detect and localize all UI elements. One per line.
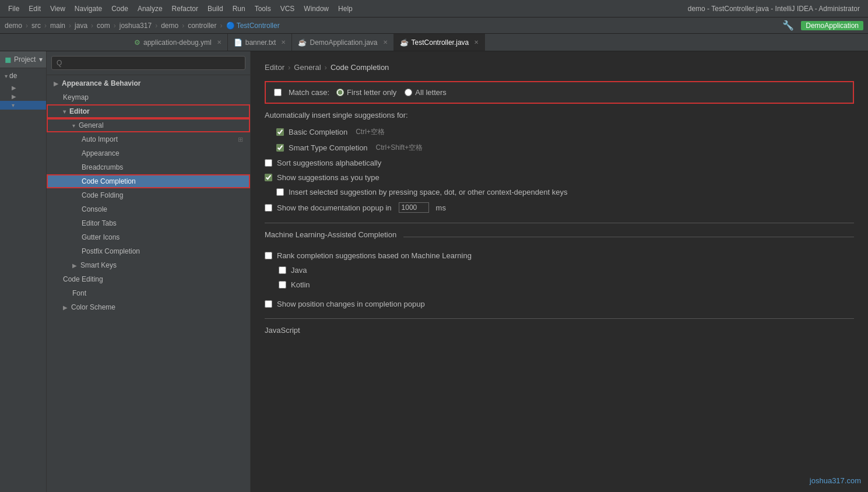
bc-demo2[interactable]: demo [161,22,178,30]
match-case-box: Match case: First letter only All letter… [265,81,854,104]
project-label: Project [14,55,36,64]
menu-edit[interactable]: Edit [25,3,44,14]
bc-demo[interactable]: demo [5,22,22,30]
bc-testcontroller[interactable]: 🔵 TestController [226,22,280,30]
nav-color-scheme-label: Color Scheme [71,303,115,311]
nav-console[interactable]: Console [47,202,250,216]
settings-dialog: ▶ Appearance & Behavior Keymap ▾ Editor … [47,51,868,492]
menu-tools[interactable]: Tools [251,3,275,14]
menu-view[interactable]: View [47,3,69,14]
basic-completion-row: Basic Completion Ctrl+空格 [265,124,854,140]
sep4: › [91,22,93,30]
project-dropdown-icon[interactable]: ▾ [39,55,43,64]
bc-joshua317[interactable]: joshua317 [120,22,152,30]
bc-com[interactable]: com [97,22,110,30]
show-as-type-label: Show suggestions as you type [277,173,379,182]
tree-item-expand2[interactable]: ▶ [0,92,46,101]
main-layout: ◼ Project ▾ ▾ de ▶ ▶ ▾ [0,51,868,492]
hammer-icon: 🔧 [782,20,794,31]
tab-java1-close[interactable]: ✕ [383,39,388,45]
nav-breadcrumbs[interactable]: Breadcrumbs [47,160,250,174]
popup-value-input[interactable] [399,202,429,213]
nav-gutter-icons-label: Gutter Icons [82,233,120,241]
rank-ml-checkbox[interactable] [265,252,272,259]
menu-build[interactable]: Build [204,3,227,14]
radio-group: First letter only All letters [336,88,447,97]
bc-code-completion: Code Completion [331,63,389,72]
nav-postfix-completion[interactable]: Postfix Completion [47,244,250,258]
match-case-label: Match case: [289,88,329,97]
nav-editor[interactable]: ▾ Editor [47,104,250,118]
nav-auto-import-label: Auto Import [82,135,118,143]
smart-completion-label: Smart Type Completion [289,143,368,152]
nav-gutter-icons[interactable]: Gutter Icons [47,230,250,244]
project-tree: ▾ de ▶ ▶ ▾ [0,68,46,112]
menu-navigate[interactable]: Navigate [71,3,106,14]
smart-completion-checkbox[interactable] [276,144,284,152]
tree-item-expand[interactable]: ▶ [0,83,46,92]
nav-code-completion[interactable]: Code Completion [47,174,250,188]
settings-search-input[interactable] [51,56,245,70]
nav-code-folding[interactable]: Code Folding [47,188,250,202]
tab-java2-close[interactable]: ✕ [474,39,479,45]
menu-help[interactable]: Help [335,3,356,14]
tab-demoapplication[interactable]: ☕ DemoApplication.java ✕ [292,34,393,51]
bc-java[interactable]: java [75,22,87,30]
menu-refactor[interactable]: Refactor [168,3,202,14]
bc-controller[interactable]: controller [188,22,216,30]
basic-completion-checkbox[interactable] [276,128,284,136]
java-checkbox[interactable] [279,266,286,274]
nav-keymap-label: Keymap [63,93,89,101]
nav-breadcrumbs-label: Breadcrumbs [82,163,123,171]
nav-general[interactable]: ▾ General [47,118,250,132]
nav-code-editing[interactable]: Code Editing [47,272,250,286]
radio-all-letters-label: All letters [415,88,446,97]
nav-color-scheme[interactable]: ▶ Color Scheme [47,300,250,314]
bc-main[interactable]: main [50,22,65,30]
tab-application-debug[interactable]: ⚙ application-debug.yml ✕ [128,34,228,51]
tab-yml-close[interactable]: ✕ [217,39,222,45]
tab-java2-label: TestController.java [412,38,469,47]
menu-code[interactable]: Code [108,3,132,14]
nav-keymap[interactable]: Keymap [47,90,250,104]
nav-editor-tabs[interactable]: Editor Tabs [47,216,250,230]
tree-item-de[interactable]: ▾ de [0,71,46,81]
basic-completion-shortcut: Ctrl+空格 [356,127,385,137]
bc-src[interactable]: src [31,22,41,30]
kotlin-checkbox[interactable] [279,281,286,289]
nav-general-label: General [79,121,104,129]
radio-first-letter[interactable]: First letter only [336,88,396,97]
nav-font[interactable]: Font [47,286,250,300]
section-divider [265,223,854,223]
project-header: ◼ Project ▾ [0,51,46,68]
match-case-checkbox[interactable] [274,89,282,96]
tree-item-active[interactable]: ▾ [0,101,46,110]
menu-vcs[interactable]: VCS [277,3,298,14]
tab-banner[interactable]: 📄 banner.txt ✕ [228,34,293,51]
menu-analyze[interactable]: Analyze [134,3,166,14]
menu-run[interactable]: Run [229,3,249,14]
menu-window[interactable]: Window [300,3,332,14]
sort-alphabetically-checkbox[interactable] [265,159,272,167]
nav-appearance-behavior[interactable]: ▶ Appearance & Behavior [47,76,250,90]
radio-all-letters[interactable]: All letters [405,88,446,97]
basic-completion-label: Basic Completion [289,128,347,136]
show-position-row: Show position changes in completion popu… [265,297,854,311]
radio-all-letters-input[interactable] [405,89,412,96]
nav-smart-keys[interactable]: ▶ Smart Keys [47,258,250,272]
show-as-type-checkbox[interactable] [265,174,272,181]
insert-by-space-checkbox[interactable] [276,188,284,196]
nav-editor-label: Editor [69,107,90,115]
tab-txt-close[interactable]: ✕ [281,39,286,45]
nav-appearance[interactable]: Appearance [47,146,250,160]
tree-label-de: de [9,72,17,80]
nav-auto-import[interactable]: Auto Import ⊞ [47,132,250,146]
menu-file[interactable]: File [5,3,23,14]
tab-testcontroller[interactable]: ☕ TestController.java ✕ [394,34,486,51]
bc-editor: Editor [265,63,284,72]
show-position-checkbox[interactable] [265,300,272,308]
java-label: Java [291,266,307,275]
demoapplication-badge[interactable]: DemoApplication [801,21,863,30]
show-doc-popup-checkbox[interactable] [265,204,272,212]
radio-first-letter-input[interactable] [336,89,344,96]
